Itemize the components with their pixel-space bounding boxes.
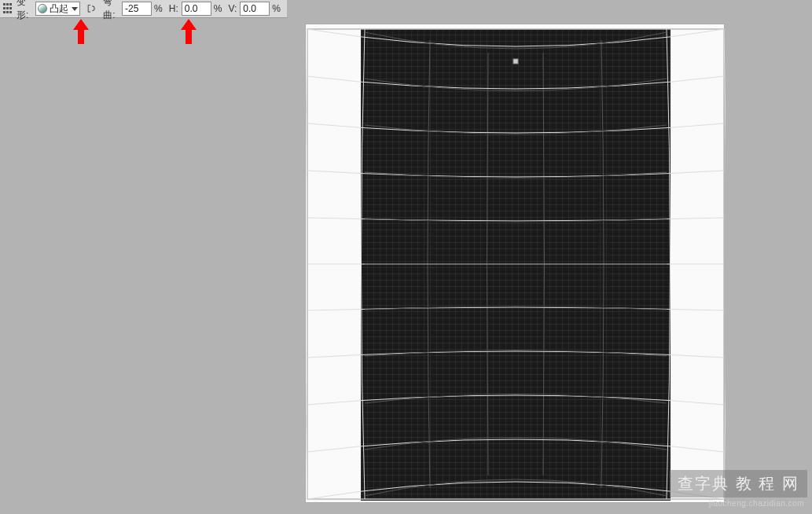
h-percent: %: [214, 3, 222, 14]
annotation-arrow-warp: [73, 19, 89, 44]
v-input[interactable]: [240, 2, 270, 16]
warp-style-select[interactable]: 凸起: [35, 2, 80, 16]
warp-label: 变形:: [17, 0, 32, 22]
warp-style-value: 凸起: [50, 2, 69, 16]
bend-input[interactable]: [122, 2, 152, 16]
h-label: H:: [169, 3, 178, 14]
svg-rect-1: [513, 59, 518, 64]
watermark: 查字典 教 程 网 jiaocheng.chazidian.com: [670, 470, 807, 509]
bend-label: 弯曲:: [103, 0, 119, 22]
watermark-main: 查字典 教 程 网: [670, 470, 807, 497]
h-input[interactable]: [182, 2, 211, 16]
watermark-sub: jiaocheng.chazidian.com: [670, 497, 807, 509]
grid-icon[interactable]: [3, 3, 12, 15]
warp-mesh-grid[interactable]: .gl { stroke: #ddd; stroke-width: 1; fil…: [306, 24, 726, 504]
annotation-arrow-bend: [181, 19, 197, 44]
chevron-down-icon: [72, 7, 78, 11]
v-label: V:: [228, 3, 237, 14]
orientation-icon[interactable]: [86, 2, 96, 15]
document-canvas[interactable]: .gl { stroke: #ddd; stroke-width: 1; fil…: [305, 24, 725, 503]
warp-options-toolbar: 变形: 凸起 弯曲: % H: % V: %: [0, 0, 287, 18]
bend-percent: %: [154, 3, 163, 14]
v-percent: %: [272, 3, 281, 14]
bulge-icon: [38, 4, 47, 13]
